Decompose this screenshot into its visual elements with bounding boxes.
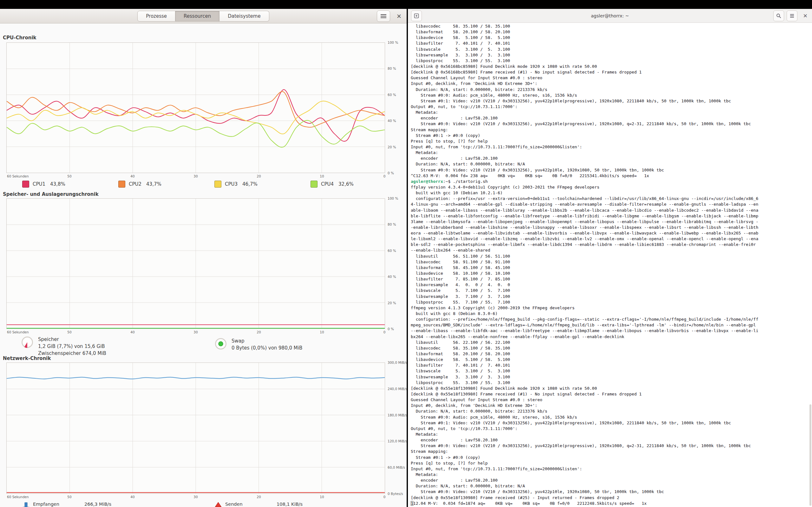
view-switcher: Prozesse Ressourcen Dateisysteme [137, 11, 269, 21]
cpu3-label: CPU3 [225, 181, 238, 187]
cpu4-swatch [310, 181, 317, 187]
terminal-output[interactable]: libavcodec 58. 35.100 / 58. 35.100 libav… [411, 23, 809, 507]
cpu1-value: 43,8% [50, 181, 65, 187]
new-tab-button[interactable] [411, 10, 422, 21]
cpu4-label: CPU4 [321, 181, 334, 187]
cpu4-legend-item: CPU432,6% [310, 181, 354, 187]
memory-pie-icon [21, 336, 34, 349]
cpu3-swatch [214, 181, 221, 187]
cpu2-swatch [118, 181, 125, 187]
cpu2-label: CPU2 [129, 181, 142, 187]
network-x-axis: 60 Sekunden50403020100 [6, 494, 385, 499]
memory-section-title: Speicher- und Auslagerungschronik [3, 191, 99, 197]
cpu3-legend-item: CPU346,7% [214, 181, 258, 187]
menu-button[interactable] [377, 10, 390, 22]
close-window-button[interactable]: ✕ [395, 13, 403, 20]
swap-legend-item: Swap 0 Bytes (0,0%) von 980,0 MiB [214, 337, 302, 351]
tab-ressourcen[interactable]: Ressourcen [175, 11, 219, 21]
network-y-axis: 300,0 MiB/s240,0 MiB/s180,0 MiB/s120,0 M… [388, 362, 407, 494]
tab-prozesse[interactable]: Prozesse [137, 11, 175, 21]
memory-legend-item: Speicher 1,2 GiB (7,7%) von 15,6 GiB Zwi… [21, 336, 106, 357]
download-arrow-icon [22, 501, 30, 507]
terminal-menu-button[interactable] [786, 10, 798, 21]
system-monitor-headerbar: Prozesse Ressourcen Dateisysteme ✕ [0, 9, 407, 23]
network-receive-legend: Empfangen 266,3 MiB/s Insgesamt empfange… [22, 501, 111, 507]
cpu-section-title: CPU-Chronik [3, 35, 37, 41]
memory-chart [6, 199, 385, 329]
terminal-headerbar: agsler@thorrx: ~ ✕ [408, 9, 812, 23]
cpu-y-axis: 100 %80 %60 %40 %20 %0 % [388, 43, 407, 173]
new-tab-icon [414, 13, 419, 18]
hamburger-icon [790, 14, 795, 18]
cpu-legend: CPU143,8% CPU243,7% CPU346,7% CPU432,6% [0, 181, 407, 190]
cpu2-legend-item: CPU243,7% [118, 181, 161, 187]
terminal-scrollbar[interactable] [809, 404, 811, 506]
network-chart [6, 362, 385, 494]
memory-value: 1,2 GiB (7,7%) von 15,6 GiB [38, 343, 106, 350]
terminal-close-button[interactable]: ✕ [803, 13, 808, 19]
memory-y-axis: 100 %80 %60 %40 %20 %0 % [388, 199, 407, 329]
receive-rate: 266,3 MiB/s [84, 501, 111, 507]
hamburger-icon [380, 14, 386, 18]
search-button[interactable] [773, 10, 784, 21]
cpu4-value: 32,6% [339, 181, 354, 187]
terminal-title: agsler@thorrx: ~ [591, 13, 629, 18]
search-icon [776, 13, 781, 18]
send-rate: 108,1 KiB/s [276, 501, 303, 507]
memory-label: Speicher [38, 336, 106, 343]
receive-label: Empfangen [33, 501, 83, 507]
terminal-window: agsler@thorrx: ~ ✕ libavcodec 58. 35.100… [408, 9, 812, 507]
cpu1-swatch [22, 181, 29, 187]
cpu2-value: 43,7% [146, 181, 161, 187]
cpu1-label: CPU1 [33, 181, 45, 187]
upload-arrow-icon [214, 501, 222, 507]
cpu-chart [6, 43, 385, 173]
network-send-legend: Senden 108,1 KiB/s Insgesamt gesendet 32… [214, 501, 303, 507]
system-monitor-window: Prozesse Ressourcen Dateisysteme ✕ CPU-C… [0, 9, 407, 507]
cpu-x-axis: 60 Sekunden50403020100 [6, 174, 385, 178]
network-section-title: Netzwerk-Chronik [3, 355, 51, 361]
send-label: Senden [225, 501, 275, 507]
tab-dateisysteme[interactable]: Dateisysteme [219, 11, 269, 21]
swap-pie-icon [214, 337, 227, 350]
memory-x-axis: 60 Sekunden50403020100 [6, 330, 385, 334]
cpu1-legend-item: CPU143,8% [22, 181, 65, 187]
swap-value: 0 Bytes (0,0%) von 980,0 MiB [232, 344, 302, 351]
cpu3-value: 46,7% [242, 181, 258, 187]
swap-label: Swap [232, 337, 302, 344]
